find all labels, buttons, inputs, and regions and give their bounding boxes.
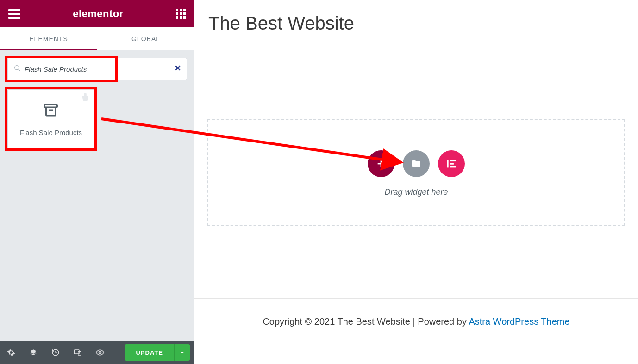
update-wrap: UPDATE: [125, 344, 190, 361]
svg-line-10: [19, 69, 20, 71]
sidebar-tabs: ELEMENTS GLOBAL: [0, 27, 194, 50]
elementskit-button[interactable]: [438, 150, 465, 177]
clear-search-icon[interactable]: [175, 65, 181, 73]
tab-elements[interactable]: ELEMENTS: [0, 27, 97, 50]
widget-flash-sale-products[interactable]: Flash Sale Products: [7, 89, 94, 148]
dropzone-actions: [368, 150, 465, 177]
svg-rect-21: [450, 160, 456, 161]
hamburger-icon[interactable]: [8, 9, 20, 19]
search-input[interactable]: [21, 65, 175, 73]
search-box: [7, 58, 187, 80]
sidebar-header: elementor: [0, 0, 194, 27]
svg-rect-0: [176, 9, 178, 11]
update-options-button[interactable]: [174, 344, 190, 361]
search-wrap: [7, 58, 187, 80]
copyright-text: Copyright © 2021 The Best Website | Powe…: [263, 316, 469, 327]
svg-rect-23: [450, 166, 456, 167]
widget-label: Flash Sale Products: [20, 129, 82, 136]
dropzone-hint: Drag widget here: [384, 187, 448, 197]
dropzone[interactable]: Drag widget here: [207, 119, 625, 226]
add-template-button[interactable]: [403, 150, 430, 177]
canvas-header: The Best Website: [194, 0, 638, 48]
svg-point-9: [15, 66, 19, 70]
navigator-button[interactable]: [22, 341, 44, 364]
panel-body: Flash Sale Products: [0, 50, 194, 341]
svg-rect-6: [176, 16, 178, 19]
svg-rect-3: [176, 12, 178, 15]
update-button[interactable]: UPDATE: [125, 344, 174, 361]
svg-rect-4: [180, 12, 182, 15]
search-icon: [13, 64, 21, 74]
archive-box-icon: [43, 102, 59, 120]
page-title: The Best Website: [208, 13, 624, 34]
canvas-body: Drag widget here: [194, 48, 638, 298]
svg-rect-20: [447, 160, 449, 167]
svg-rect-8: [183, 16, 186, 19]
brand-logo: elementor: [73, 8, 124, 20]
svg-rect-22: [450, 163, 454, 165]
basket-icon: [80, 93, 90, 105]
svg-rect-5: [183, 12, 186, 15]
svg-rect-2: [183, 9, 186, 11]
svg-rect-1: [180, 9, 182, 11]
responsive-button[interactable]: [67, 341, 89, 364]
widget-wrap: Flash Sale Products: [7, 89, 187, 148]
theme-link[interactable]: Astra WordPress Theme: [469, 316, 569, 327]
settings-button[interactable]: [0, 341, 22, 364]
add-section-button[interactable]: [368, 150, 394, 177]
svg-rect-7: [180, 16, 182, 19]
tab-global[interactable]: GLOBAL: [97, 27, 194, 50]
footer-icons: [0, 341, 111, 364]
apps-grid-icon[interactable]: [176, 9, 186, 19]
preview-button[interactable]: [89, 341, 111, 364]
canvas: The Best Website Drag widget here Copyri…: [194, 0, 638, 364]
history-button[interactable]: [44, 341, 67, 364]
svg-point-17: [99, 352, 101, 354]
sidebar-footer: UPDATE: [0, 341, 194, 364]
svg-rect-13: [45, 105, 57, 107]
sidebar: elementor ELEMENTS GLOBAL: [0, 0, 194, 364]
canvas-footer: Copyright © 2021 The Best Website | Powe…: [194, 298, 638, 364]
